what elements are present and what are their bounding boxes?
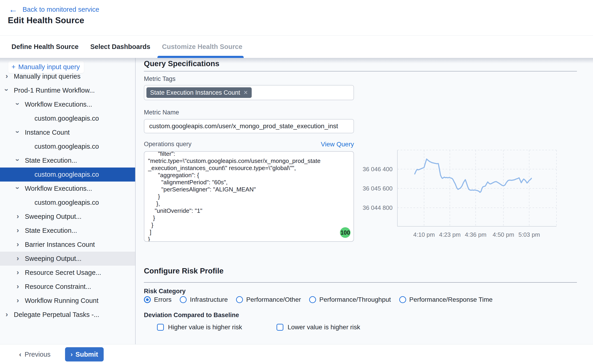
chevron-down-icon[interactable]: › — [13, 159, 22, 161]
svg-text:4:23 pm: 4:23 pm — [439, 231, 461, 238]
content-area: + Manually input query ›Manually input q… — [0, 58, 593, 344]
checkbox-label: Lower value is higher risk — [287, 324, 360, 331]
chevron-down-icon[interactable]: › — [13, 187, 22, 189]
deviation-label: Deviation Compared to Baseline — [144, 312, 239, 319]
previous-button[interactable]: ‹ Previous — [19, 344, 51, 364]
tree-item-resource-constraint[interactable]: ›Resource Constraint... — [0, 280, 135, 294]
query-tree: ›Manually input queries›Prod-1 Runtime W… — [0, 69, 135, 322]
radio-label: Performance/Response Time — [409, 296, 493, 303]
tree-item-instance-count[interactable]: ›Instance Count — [0, 125, 135, 139]
tree-item-workflow-executions[interactable]: ›Workflow Executions... — [0, 98, 135, 111]
chevron-down-icon[interactable]: › — [13, 130, 22, 133]
tree-item-label: custom.googleapis.co — [34, 115, 99, 122]
chevron-right-icon[interactable]: › — [17, 268, 19, 276]
tree-item-custom-googleapis-co[interactable]: custom.googleapis.co — [0, 111, 135, 125]
metric-tags-label: Metric Tags — [144, 75, 176, 83]
chevron-right-icon[interactable]: › — [17, 226, 19, 234]
chevron-right-icon[interactable]: › — [6, 72, 8, 80]
operations-query-textarea[interactable]: "filter": "metric.type=\"custom.googleap… — [144, 151, 354, 242]
checkbox-icon[interactable] — [157, 324, 164, 331]
chevron-right-icon[interactable]: › — [6, 310, 8, 318]
chevron-right-icon[interactable]: › — [17, 212, 19, 220]
tree-item-resource-secret-usage[interactable]: ›Resource Secret Usage... — [0, 266, 135, 280]
tab-select-dashboards[interactable]: Select Dashboards — [90, 36, 151, 58]
tree-item-manually-input-queries[interactable]: ›Manually input queries — [0, 69, 135, 83]
radio-performance-throughput[interactable]: Performance/Throughput — [309, 296, 391, 303]
view-query-link[interactable]: View Query — [321, 141, 354, 148]
risk-category-radio-group: ErrorsInfrastructurePerformance/OtherPer… — [144, 296, 493, 303]
radio-performance-other[interactable]: Performance/Other — [236, 296, 301, 303]
risk-category-label: Risk Category — [144, 288, 186, 295]
radio-infrastructure[interactable]: Infrastructure — [180, 296, 228, 303]
metric-name-input[interactable]: custom.googleapis.com/user/x_mongo_prod_… — [144, 119, 354, 133]
tree-item-label: Sweeping Output... — [25, 255, 82, 262]
tree-item-state-execution[interactable]: ›State Execution... — [0, 224, 135, 238]
checkbox-icon[interactable] — [276, 324, 283, 331]
radio-label: Errors — [154, 296, 171, 303]
tree-item-label: State Execution... — [25, 227, 77, 234]
chip-close-icon[interactable]: ✕ — [243, 89, 248, 96]
configure-risk-profile-title: Configure Risk Profile — [144, 266, 224, 275]
metric-timeseries-chart: 36 046 40036 045 60036 044 8004:10 pm4:2… — [358, 145, 581, 246]
metric-tag-chip-label: State Execution Instances Count — [150, 89, 240, 96]
svg-text:36 045 600: 36 045 600 — [363, 185, 393, 192]
tree-item-label: Resource Secret Usage... — [25, 269, 101, 276]
main-panel: Query Specifications Metric Tags State E… — [136, 58, 593, 344]
metric-tag-chip[interactable]: State Execution Instances Count ✕ — [146, 87, 252, 98]
tree-item-label: Instance Count — [25, 129, 70, 136]
chevron-right-icon[interactable]: › — [17, 254, 19, 262]
operations-query-label: Operations query — [144, 141, 191, 148]
tree-item-state-execution[interactable]: ›State Execution... — [0, 154, 135, 168]
tree-item-delegate-perpetual-tasks[interactable]: ›Delegate Perpetual Tasks -... — [0, 308, 135, 322]
tree-item-label: Manually input queries — [14, 73, 80, 80]
tree-item-barrier-instances-count[interactable]: ›Barrier Instances Count — [0, 238, 135, 252]
radio-icon[interactable] — [180, 296, 187, 303]
tree-item-sweeping-output[interactable]: ›Sweeping Output... — [0, 252, 135, 266]
tree-item-custom-googleapis-co[interactable]: custom.googleapis.co — [0, 195, 135, 210]
tree-item-sweeping-output[interactable]: ›Sweeping Output... — [0, 210, 135, 224]
svg-text:5:03 pm: 5:03 pm — [518, 231, 540, 238]
previous-label: Previous — [25, 351, 51, 358]
submit-label: Submit — [75, 351, 98, 358]
tab-define-health-source[interactable]: Define Health Source — [11, 36, 79, 58]
back-to-monitored-service-link[interactable]: ← Back to monitored service — [9, 5, 99, 14]
chart-svg: 36 046 40036 045 60036 044 8004:10 pm4:2… — [358, 145, 581, 246]
radio-label: Performance/Throughput — [319, 296, 391, 303]
back-link-label: Back to monitored service — [23, 6, 99, 13]
tree-item-label: custom.googleapis.co — [34, 171, 99, 178]
tree-item-workflow-running-count[interactable]: ›Workflow Running Count — [0, 294, 135, 308]
chevron-right-icon[interactable]: › — [17, 240, 19, 248]
submit-button[interactable]: › Submit — [65, 347, 104, 362]
radio-performance-response-time[interactable]: Performance/Response Time — [399, 296, 493, 303]
records-count-badge: 100 — [340, 227, 351, 238]
tree-item-label: custom.googleapis.co — [34, 143, 99, 150]
checkbox-higher-value-is-higher-risk[interactable]: Higher value is higher risk — [157, 324, 242, 331]
radio-icon[interactable] — [144, 296, 151, 303]
metric-tags-input[interactable]: State Execution Instances Count ✕ — [144, 85, 354, 100]
tree-item-label: Delegate Perpetual Tasks -... — [14, 311, 99, 318]
chevron-down-icon[interactable]: › — [13, 103, 22, 105]
back-arrow-icon: ← — [9, 5, 18, 14]
tree-item-workflow-executions[interactable]: ›Workflow Executions... — [0, 182, 135, 195]
operations-query-code: "filter": "metric.type=\"custom.googleap… — [148, 151, 350, 242]
checkbox-lower-value-is-higher-risk[interactable]: Lower value is higher risk — [276, 324, 360, 331]
tree-item-label: State Execution... — [25, 157, 77, 164]
tree-item-label: Workflow Executions... — [25, 101, 92, 108]
chevron-down-icon[interactable]: › — [3, 89, 11, 91]
tree-item-prod-1-runtime-workflow[interactable]: ›Prod-1 Runtime Workflow... — [0, 83, 135, 98]
deviation-checkbox-group: Higher value is higher riskLower value i… — [157, 324, 360, 331]
tree-item-label: custom.googleapis.co — [34, 199, 99, 206]
tab-customize-health-source[interactable]: Customize Health Source — [162, 36, 243, 58]
tree-item-label: Prod-1 Runtime Workflow... — [14, 87, 95, 94]
radio-errors[interactable]: Errors — [144, 296, 171, 303]
radio-label: Infrastructure — [190, 296, 228, 303]
tree-item-custom-googleapis-co[interactable]: custom.googleapis.co — [0, 168, 135, 182]
svg-text:4:36 pm: 4:36 pm — [465, 231, 486, 238]
chevron-right-icon[interactable]: › — [17, 282, 19, 290]
radio-icon[interactable] — [309, 296, 316, 303]
svg-text:36 046 400: 36 046 400 — [363, 166, 393, 173]
radio-icon[interactable] — [236, 296, 243, 303]
tree-item-custom-googleapis-co[interactable]: custom.googleapis.co — [0, 139, 135, 154]
radio-icon[interactable] — [399, 296, 406, 303]
chevron-right-icon[interactable]: › — [17, 296, 19, 304]
